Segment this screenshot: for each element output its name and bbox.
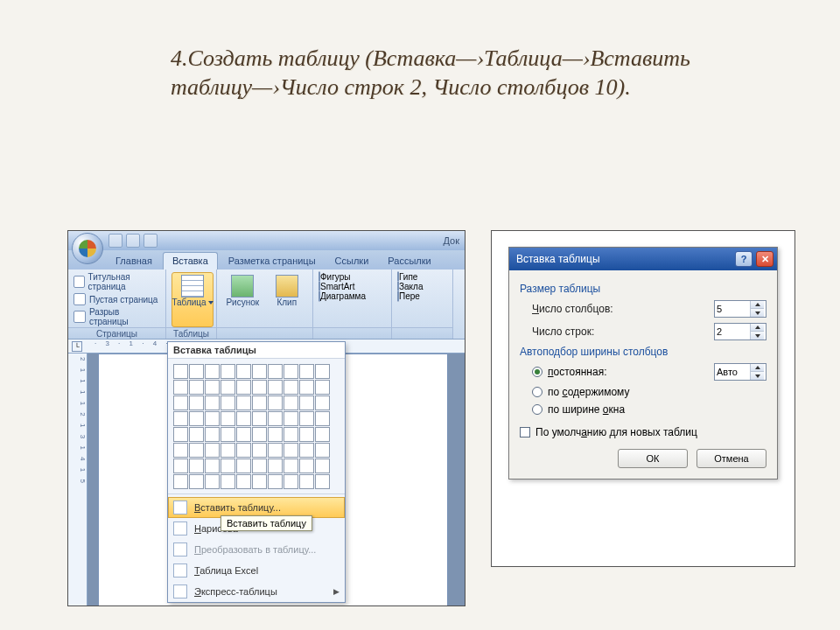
remember-checkbox[interactable] bbox=[520, 427, 530, 438]
grid-cell[interactable] bbox=[173, 427, 188, 442]
grid-cell[interactable] bbox=[205, 443, 220, 458]
grid-cell[interactable] bbox=[189, 474, 204, 489]
grid-cell[interactable] bbox=[173, 380, 188, 395]
dropdown-item[interactable]: Таблица Excel bbox=[168, 560, 345, 581]
grid-cell[interactable] bbox=[268, 364, 283, 379]
grid-cell[interactable] bbox=[173, 364, 188, 379]
radio-fixed[interactable] bbox=[532, 367, 542, 377]
grid-cell[interactable] bbox=[268, 396, 283, 410]
grid-cell[interactable] bbox=[315, 396, 330, 410]
grid-cell[interactable] bbox=[315, 364, 330, 379]
grid-cell[interactable] bbox=[205, 380, 220, 395]
cols-value[interactable] bbox=[715, 304, 750, 314]
shapes-button[interactable]: Фигуры bbox=[318, 272, 366, 282]
grid-cell[interactable] bbox=[189, 364, 204, 379]
spin-down[interactable] bbox=[751, 332, 764, 340]
grid-cell[interactable] bbox=[268, 380, 283, 395]
grid-cell[interactable] bbox=[205, 458, 220, 473]
smartart-button[interactable]: SmartArt bbox=[318, 282, 366, 291]
grid-cell[interactable] bbox=[220, 380, 235, 395]
grid-cell[interactable] bbox=[284, 443, 298, 458]
grid-cell[interactable] bbox=[220, 474, 235, 489]
grid-cell[interactable] bbox=[205, 474, 220, 489]
grid-cell[interactable] bbox=[315, 474, 330, 489]
grid-cell[interactable] bbox=[189, 427, 204, 442]
grid-cell[interactable] bbox=[236, 427, 251, 442]
grid-cell[interactable] bbox=[236, 380, 251, 395]
hyperlink-button[interactable]: Гипе bbox=[397, 272, 424, 282]
grid-cell[interactable] bbox=[236, 411, 251, 426]
help-button[interactable]: ? bbox=[735, 251, 752, 267]
grid-cell[interactable] bbox=[189, 396, 204, 410]
grid-cell[interactable] bbox=[284, 364, 298, 379]
grid-cell[interactable] bbox=[189, 443, 204, 458]
cover-page-button[interactable]: Титульная страница bbox=[74, 272, 160, 291]
grid-cell[interactable] bbox=[315, 411, 330, 426]
grid-cell[interactable] bbox=[173, 443, 188, 458]
grid-cell[interactable] bbox=[205, 364, 220, 379]
table-button[interactable]: Таблица bbox=[172, 272, 214, 327]
crossref-button[interactable]: Пере bbox=[397, 291, 424, 301]
grid-cell[interactable] bbox=[284, 458, 298, 473]
cols-input[interactable] bbox=[714, 300, 766, 318]
grid-cell[interactable] bbox=[315, 427, 330, 442]
radio-content[interactable] bbox=[532, 387, 542, 397]
picture-button[interactable]: Рисунок bbox=[222, 272, 263, 327]
grid-cell[interactable] bbox=[173, 411, 188, 426]
spin-up[interactable] bbox=[751, 364, 764, 372]
grid-cell[interactable] bbox=[268, 443, 283, 458]
spin-up[interactable] bbox=[751, 301, 764, 309]
grid-cell[interactable] bbox=[252, 380, 267, 395]
table-grid-picker[interactable] bbox=[168, 359, 345, 491]
grid-cell[interactable] bbox=[315, 443, 330, 458]
blank-page-button[interactable]: Пустая страница bbox=[74, 293, 160, 305]
grid-cell[interactable] bbox=[189, 380, 204, 395]
grid-cell[interactable] bbox=[284, 396, 298, 410]
grid-cell[interactable] bbox=[252, 474, 267, 489]
chart-button[interactable]: Диаграмма bbox=[318, 291, 366, 301]
save-icon[interactable] bbox=[108, 234, 122, 248]
grid-cell[interactable] bbox=[284, 380, 298, 395]
grid-cell[interactable] bbox=[299, 364, 314, 379]
tab-insert[interactable]: Вставка bbox=[163, 252, 218, 270]
grid-cell[interactable] bbox=[284, 427, 298, 442]
grid-cell[interactable] bbox=[268, 474, 283, 489]
grid-cell[interactable] bbox=[268, 411, 283, 426]
grid-cell[interactable] bbox=[205, 411, 220, 426]
grid-cell[interactable] bbox=[236, 458, 251, 473]
tab-mailings[interactable]: Рассылки bbox=[379, 253, 439, 270]
rows-input[interactable] bbox=[714, 323, 766, 340]
grid-cell[interactable] bbox=[220, 458, 235, 473]
grid-cell[interactable] bbox=[220, 443, 235, 458]
rows-value[interactable] bbox=[715, 326, 750, 337]
bookmark-button[interactable]: Закла bbox=[397, 282, 424, 291]
spin-down[interactable] bbox=[751, 309, 764, 317]
grid-cell[interactable] bbox=[299, 380, 314, 395]
grid-cell[interactable] bbox=[236, 443, 251, 458]
grid-cell[interactable] bbox=[284, 474, 298, 489]
grid-cell[interactable] bbox=[189, 411, 204, 426]
grid-cell[interactable] bbox=[299, 474, 314, 489]
grid-cell[interactable] bbox=[236, 364, 251, 379]
dialog-titlebar[interactable]: Вставка таблицы ? ✕ bbox=[509, 248, 777, 270]
grid-cell[interactable] bbox=[173, 474, 188, 489]
grid-cell[interactable] bbox=[173, 458, 188, 473]
grid-cell[interactable] bbox=[268, 458, 283, 473]
grid-cell[interactable] bbox=[252, 396, 267, 410]
grid-cell[interactable] bbox=[236, 396, 251, 410]
grid-cell[interactable] bbox=[189, 458, 204, 473]
ok-button[interactable]: ОК bbox=[618, 449, 688, 468]
grid-cell[interactable] bbox=[268, 427, 283, 442]
grid-cell[interactable] bbox=[284, 411, 298, 426]
grid-cell[interactable] bbox=[236, 474, 251, 489]
grid-cell[interactable] bbox=[299, 443, 314, 458]
grid-cell[interactable] bbox=[220, 411, 235, 426]
grid-cell[interactable] bbox=[205, 427, 220, 442]
grid-cell[interactable] bbox=[315, 380, 330, 395]
width-value[interactable] bbox=[715, 367, 750, 377]
grid-cell[interactable] bbox=[205, 396, 220, 410]
tab-page-layout[interactable]: Разметка страницы bbox=[220, 253, 325, 270]
page-break-button[interactable]: Разрыв страницы bbox=[74, 307, 160, 326]
grid-cell[interactable] bbox=[299, 411, 314, 426]
grid-cell[interactable] bbox=[299, 427, 314, 442]
